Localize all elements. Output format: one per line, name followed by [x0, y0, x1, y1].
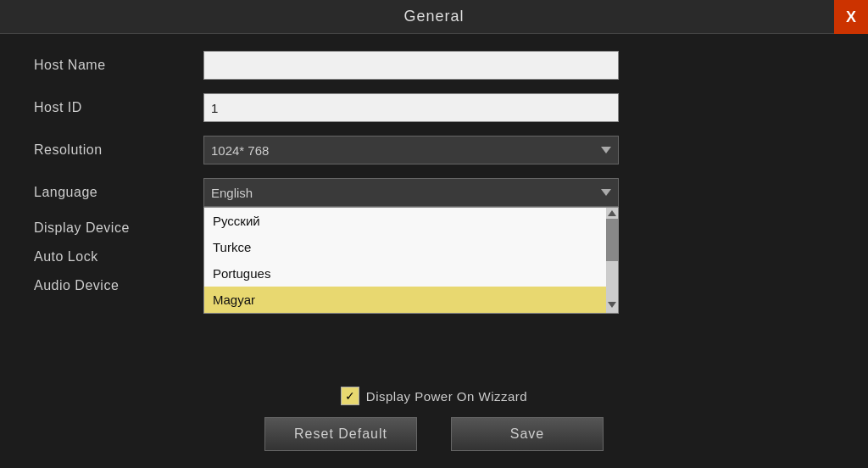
scrollbar-thumb[interactable]: [606, 219, 618, 261]
host-name-control: [203, 51, 619, 80]
host-id-input[interactable]: [203, 93, 619, 122]
button-row: Reset Default Save: [264, 417, 604, 451]
checkbox-display-power-label: Display Power On Wizzard: [366, 389, 527, 404]
language-label: Language: [34, 185, 203, 200]
display-device-label: Display Device: [34, 220, 203, 236]
checkbox-row: ✓ Display Power On Wizzard: [341, 387, 527, 405]
resolution-label: Resolution: [34, 142, 203, 158]
resolution-control: 1024* 768: [203, 136, 619, 164]
window-title: General: [403, 8, 464, 25]
scrollbar-down-icon[interactable]: [608, 302, 616, 308]
host-id-label: Host ID: [34, 100, 203, 115]
host-name-input[interactable]: [203, 51, 619, 80]
host-id-row: Host ID: [34, 93, 834, 122]
form-content: Host Name Host ID Resolution 1024* 768: [0, 34, 868, 324]
language-value: English: [211, 186, 253, 200]
reset-default-button[interactable]: Reset Default: [264, 417, 417, 451]
language-control: English Русский Turkce Portugues Magyar: [203, 178, 619, 207]
host-name-label: Host Name: [34, 58, 203, 73]
resolution-value: 1024* 768: [211, 143, 269, 158]
resolution-row: Resolution 1024* 768: [34, 136, 834, 164]
resolution-select-wrapper: 1024* 768: [203, 136, 619, 164]
resolution-select[interactable]: 1024* 768: [203, 136, 619, 164]
language-dropdown: Русский Turkce Portugues Magyar: [203, 207, 619, 314]
dropdown-item-magyar[interactable]: Magyar: [204, 287, 618, 313]
dropdown-scrollbar[interactable]: [606, 208, 618, 313]
audio-device-label: Audio Device: [34, 278, 203, 293]
host-id-control: [203, 93, 619, 122]
close-button[interactable]: X: [834, 0, 868, 34]
title-bar: General X: [0, 0, 868, 34]
dropdown-item-turkce[interactable]: Turkce: [204, 234, 618, 260]
language-select[interactable]: English: [203, 178, 619, 207]
language-select-wrapper: English Русский Turkce Portugues Magyar: [203, 178, 619, 207]
save-button[interactable]: Save: [451, 417, 604, 451]
bottom-section: ✓ Display Power On Wizzard Reset Default…: [0, 387, 868, 451]
language-arrow-icon: [601, 189, 611, 196]
language-row: Language English Русский Turkce Portugue…: [34, 178, 834, 207]
checkbox-display-power[interactable]: ✓: [341, 387, 359, 405]
dropdown-item-portugues[interactable]: Portugues: [204, 260, 618, 287]
dropdown-item-russian[interactable]: Русский: [204, 208, 618, 234]
auto-lock-label: Auto Lock: [34, 249, 203, 265]
window: General X Host Name Host ID Resolution: [0, 0, 868, 468]
resolution-arrow-icon: [601, 147, 611, 153]
scrollbar-up-icon[interactable]: [608, 210, 616, 216]
host-name-row: Host Name: [34, 51, 834, 80]
